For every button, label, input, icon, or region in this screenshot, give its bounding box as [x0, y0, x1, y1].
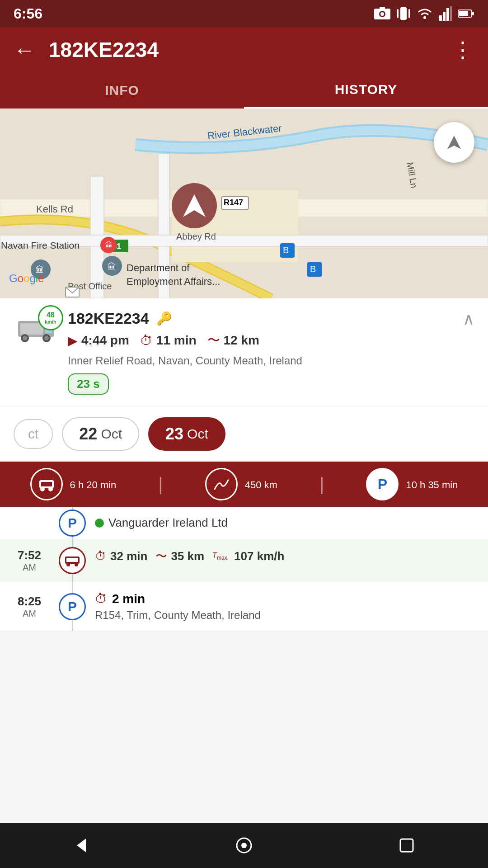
wave-small-icon: 〜 [155, 548, 167, 564]
svg-rect-48 [20, 323, 43, 335]
parking-label-1: Vanguarder Ireland Ltd [95, 516, 479, 530]
clock-small-icon: ⏱ [95, 549, 107, 563]
vehicle-stats: ▶ 4:44 pm ⏱ 11 min 〜 12 km [68, 332, 454, 349]
parking-dot-2: P [59, 593, 86, 620]
map-nav-button[interactable] [434, 122, 474, 163]
timeline-connector-3: P [59, 582, 86, 631]
timeline-line-top-1 [72, 507, 73, 509]
status-bar: 6:56 [0, 0, 488, 27]
svg-text:Department of: Department of [127, 262, 190, 274]
vehicle-icon-wrap: 48 km/h [14, 310, 59, 346]
map-svg: River Blackwater Mill Ln Kells Rd [0, 108, 488, 298]
svg-point-2 [380, 12, 384, 16]
nav-bar [0, 823, 488, 868]
svg-point-52 [23, 336, 27, 340]
svg-point-67 [241, 843, 247, 848]
timeline-time-825: 8:25 AM [0, 582, 59, 631]
nav-back-button[interactable] [66, 830, 97, 861]
tabs: INFO HISTORY [0, 72, 488, 108]
svg-rect-14 [459, 11, 468, 16]
svg-text:B: B [283, 245, 289, 255]
nav-home-button[interactable] [228, 830, 260, 861]
top-bar: ← 182KE2234 ⋮ [0, 27, 488, 72]
stats-parking: P 10 h 35 min [366, 468, 458, 500]
photo-icon [374, 7, 390, 20]
status-icons [374, 5, 474, 22]
svg-point-57 [40, 487, 45, 491]
nav-recents-button[interactable] [391, 830, 422, 861]
google-logo: Google [9, 272, 44, 285]
timeline-line-bot-3 [72, 620, 73, 631]
vehicle-address: Inner Relief Road, Navan, County Meath, … [68, 354, 454, 367]
clock-icon: ⏱ [140, 333, 153, 348]
vehicle-card: 48 km/h 182KE2234 🔑 ▶ 4:44 pm ⏱ 11 mi [0, 298, 488, 406]
tab-history[interactable]: HISTORY [244, 72, 488, 108]
stats-driving: 6 h 20 min [30, 468, 117, 500]
timeline-line-bot-2 [72, 574, 73, 582]
svg-rect-13 [472, 12, 474, 15]
svg-text:B: B [310, 264, 316, 274]
parking-dot-1: P [59, 509, 86, 537]
tab-info[interactable]: INFO [0, 72, 244, 108]
svg-marker-46 [447, 136, 461, 149]
svg-text:Abbey Rd: Abbey Rd [176, 231, 216, 241]
status-time: 6:56 [14, 5, 42, 22]
wave-icon: 〜 [207, 332, 220, 349]
stat-distance-value: 12 km [224, 333, 259, 348]
nav-home-icon [235, 836, 253, 854]
svg-rect-4 [400, 7, 407, 20]
stats-driving-time: 6 h 20 min [70, 477, 117, 491]
collapse-button[interactable]: ∧ [463, 310, 474, 329]
svg-text:🏛: 🏛 [105, 241, 113, 250]
signal-icon [439, 6, 452, 21]
vehicle-name: 182KE2234 [68, 310, 149, 327]
date-22oct[interactable]: 22 Oct [62, 417, 139, 451]
stat-time-value: 4:44 pm [81, 333, 129, 348]
date-23oct[interactable]: 23 Oct [148, 417, 225, 451]
svg-point-61 [66, 563, 70, 566]
date-prev[interactable]: ct [14, 419, 53, 449]
svg-point-54 [44, 336, 49, 340]
svg-rect-11 [450, 6, 452, 21]
svg-rect-10 [446, 8, 449, 21]
car-small-icon [64, 554, 80, 567]
max-speed-icon: T max [212, 549, 230, 564]
speed-badge: 48 km/h [38, 305, 63, 330]
driving-circle [30, 468, 63, 500]
timeline-content-parking-2: ⏱ 2 min R154, Trim, County Meath, Irelan… [86, 582, 488, 631]
key-icon: 🔑 [156, 311, 172, 326]
timeline-item-parking-1: P Vanguarder Ireland Ltd [0, 507, 488, 539]
battery-icon [458, 9, 474, 19]
nav-recents-icon [399, 837, 415, 854]
stat-distance: 〜 12 km [207, 332, 259, 349]
play-icon: ▶ [68, 333, 78, 348]
svg-text:Kells Rd: Kells Rd [36, 203, 73, 215]
vehicle-info: 182KE2234 🔑 ▶ 4:44 pm ⏱ 11 min 〜 12 km [68, 310, 454, 395]
drive-stats-1: ⏱ 32 min 〜 35 km T max 107 km/h [95, 548, 479, 564]
back-button[interactable]: ← [14, 38, 35, 62]
drive-stat-distance: 〜 35 km [155, 548, 204, 564]
date-selector: ct 22 Oct 23 Oct [0, 406, 488, 462]
nav-back-icon [72, 836, 90, 854]
timeline-item-parking-2: 8:25 AM P ⏱ 2 min R154, Trim, County Mea… [0, 582, 488, 631]
svg-rect-68 [400, 839, 413, 852]
svg-text:R147: R147 [224, 198, 243, 207]
svg-rect-6 [408, 9, 410, 18]
svg-rect-8 [439, 15, 442, 21]
stats-divider-2: | [319, 474, 324, 495]
timeline-line-top-3 [72, 582, 73, 593]
map-container: River Blackwater Mill Ln Kells Rd [0, 108, 488, 298]
timeline-item-drive-1: 7:52 AM ⏱ [0, 539, 488, 582]
parking-circle: P [366, 468, 399, 500]
timeline-content-drive-1: ⏱ 32 min 〜 35 km T max 107 km/h [86, 539, 488, 582]
svg-text:max: max [217, 555, 227, 561]
svg-text:Employment Affairs...: Employment Affairs... [127, 276, 220, 287]
svg-point-62 [75, 563, 78, 566]
stats-distance: 450 km [205, 468, 277, 500]
timeline-line-bot-1 [72, 537, 73, 539]
stats-distance-value: 450 km [245, 477, 277, 491]
menu-button[interactable]: ⋮ [452, 37, 474, 62]
svg-text:🏛: 🏛 [108, 262, 116, 271]
svg-text:Navan Fire Station: Navan Fire Station [1, 240, 80, 250]
svg-rect-5 [397, 9, 399, 18]
